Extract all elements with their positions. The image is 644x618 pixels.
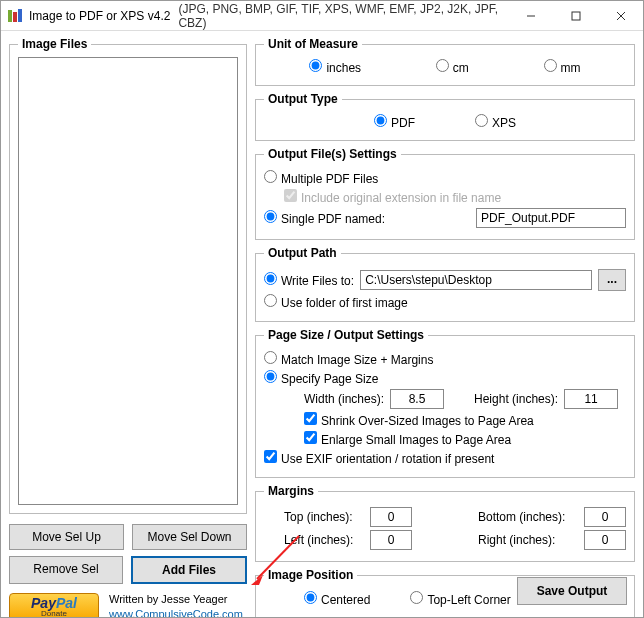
remove-sel-button[interactable]: Remove Sel	[9, 556, 123, 584]
save-output-button[interactable]: Save Output	[517, 577, 627, 605]
write-files-to-radio[interactable]: Write Files to:	[264, 272, 354, 288]
unit-mm-radio[interactable]: mm	[544, 59, 581, 75]
paypal-donate-button[interactable]: PayPal Donate	[9, 593, 99, 618]
website-link[interactable]: www.CompulsiveCode.com	[109, 607, 243, 618]
margin-left-input[interactable]	[370, 530, 412, 550]
output-path-legend: Output Path	[264, 246, 341, 260]
width-label: Width (inches):	[304, 392, 384, 406]
margin-top-input[interactable]	[370, 507, 412, 527]
browse-button[interactable]: ...	[598, 269, 626, 291]
maximize-button[interactable]	[553, 1, 598, 30]
window-formats: (JPG, PNG, BMP, GIF, TIF, XPS, WMF, EMF,…	[178, 2, 508, 30]
image-files-list[interactable]	[18, 57, 238, 505]
unit-legend: Unit of Measure	[264, 37, 362, 51]
output-file-legend: Output File(s) Settings	[264, 147, 401, 161]
centered-radio[interactable]: Centered	[304, 591, 370, 607]
author-label: Written by Jesse Yeager	[109, 592, 243, 607]
move-sel-down-button[interactable]: Move Sel Down	[132, 524, 247, 550]
use-folder-radio[interactable]: Use folder of first image	[264, 294, 408, 310]
svg-rect-1	[13, 12, 17, 22]
window-title: Image to PDF or XPS v4.2	[29, 9, 170, 23]
enlarge-checkbox[interactable]: Enlarge Small Images to Page Area	[304, 431, 511, 447]
svg-rect-4	[572, 12, 580, 20]
minimize-button[interactable]	[508, 1, 553, 30]
margin-bottom-input[interactable]	[584, 507, 626, 527]
include-ext-checkbox: Include original extension in file name	[284, 189, 501, 205]
margin-right-label: Right (inches):	[478, 533, 578, 547]
svg-rect-0	[8, 10, 12, 22]
output-pdf-radio[interactable]: PDF	[374, 114, 415, 130]
single-pdf-radio[interactable]: Single PDF named:	[264, 210, 385, 226]
page-size-legend: Page Size / Output Settings	[264, 328, 428, 342]
move-sel-up-button[interactable]: Move Sel Up	[9, 524, 124, 550]
margins-legend: Margins	[264, 484, 318, 498]
app-icon	[7, 8, 23, 24]
close-button[interactable]	[598, 1, 643, 30]
image-position-legend: Image Position	[264, 568, 357, 582]
height-input[interactable]	[564, 389, 618, 409]
exif-checkbox[interactable]: Use EXIF orientation / rotation if prese…	[264, 450, 494, 466]
output-path-input[interactable]	[360, 270, 592, 290]
svg-rect-2	[18, 9, 22, 22]
margin-top-label: Top (inches):	[284, 510, 364, 524]
output-type-legend: Output Type	[264, 92, 342, 106]
top-left-radio[interactable]: Top-Left Corner	[410, 591, 510, 607]
match-size-radio[interactable]: Match Image Size + Margins	[264, 351, 433, 367]
add-files-button[interactable]: Add Files	[131, 556, 247, 584]
single-pdf-name-input[interactable]	[476, 208, 626, 228]
width-input[interactable]	[390, 389, 444, 409]
height-label: Height (inches):	[474, 392, 558, 406]
unit-inches-radio[interactable]: inches	[309, 59, 361, 75]
output-xps-radio[interactable]: XPS	[475, 114, 516, 130]
margin-right-input[interactable]	[584, 530, 626, 550]
margin-bottom-label: Bottom (inches):	[478, 510, 578, 524]
unit-cm-radio[interactable]: cm	[436, 59, 469, 75]
image-files-legend: Image Files	[18, 37, 91, 51]
margin-left-label: Left (inches):	[284, 533, 364, 547]
credits: Written by Jesse Yeager www.CompulsiveCo…	[109, 592, 243, 618]
shrink-checkbox[interactable]: Shrink Over-Sized Images to Page Area	[304, 412, 534, 428]
specify-size-radio[interactable]: Specify Page Size	[264, 370, 378, 386]
multiple-pdf-radio[interactable]: Multiple PDF Files	[264, 170, 378, 186]
